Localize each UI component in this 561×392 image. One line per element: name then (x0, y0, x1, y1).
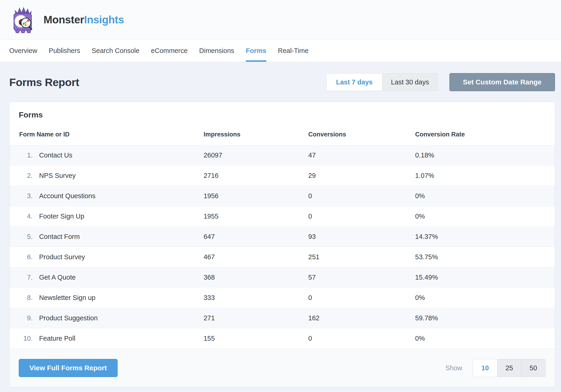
monsterinsights-logo-icon (9, 6, 37, 34)
impressions-value: 368 (204, 267, 308, 288)
card-footer: View Full Forms Report Show 10 25 50 (10, 349, 555, 387)
conversion-rate-value: 0.18% (415, 145, 555, 166)
conversion-rate-value: 14.37% (415, 227, 555, 247)
conversion-rate-value: 0% (415, 328, 555, 349)
set-custom-date-range-button[interactable]: Set Custom Date Range (449, 73, 555, 91)
impressions-value: 333 (204, 288, 308, 308)
impressions-value: 2716 (204, 166, 308, 186)
row-rank: 6. (19, 253, 33, 261)
form-name: Account Questions (39, 192, 95, 200)
row-rank: 10. (19, 335, 33, 342)
conversions-value: 29 (308, 166, 415, 186)
nav-tab-publishers[interactable]: Publishers (49, 40, 80, 62)
form-name: Contact Us (39, 151, 72, 159)
conversion-rate-value: 1.07% (415, 166, 555, 186)
table-row: 9.Product Suggestion 271 162 59.78% (10, 308, 555, 328)
nav-tab-dimensions[interactable]: Dimensions (199, 40, 235, 62)
conversions-value: 0 (308, 328, 415, 349)
column-header-conversion-rate: Conversion Rate (415, 125, 555, 145)
table-row: 1.Contact Us 26097 47 0.18% (10, 145, 555, 166)
row-rank: 4. (19, 212, 33, 220)
impressions-value: 647 (204, 227, 308, 247)
form-name: Product Survey (39, 253, 85, 261)
impressions-value: 1956 (204, 186, 308, 206)
row-rank: 1. (19, 151, 33, 159)
conversions-value: 93 (308, 227, 415, 247)
form-name: Feature Poll (39, 335, 75, 342)
nav-tab-ecommerce[interactable]: eCommerce (151, 40, 188, 62)
card-title: Forms (10, 102, 555, 119)
column-header-impressions: Impressions (204, 125, 308, 145)
row-rank: 7. (19, 274, 33, 281)
form-name: Newsletter Sign up (39, 294, 95, 301)
form-name: Contact Form (39, 233, 80, 240)
page-size-10-button[interactable]: 10 (473, 359, 497, 377)
page-size-50-button[interactable]: 50 (521, 359, 545, 377)
top-header: MonsterInsights (0, 0, 561, 39)
row-rank: 9. (19, 314, 33, 322)
conversion-rate-value: 53.75% (415, 247, 555, 267)
forms-table: Form Name or ID Impressions Conversions … (10, 125, 555, 349)
form-name: NPS Survey (39, 172, 76, 179)
brand-name-secondary: Insights (84, 14, 124, 26)
table-header-row: Form Name or ID Impressions Conversions … (10, 125, 555, 145)
last-7-days-button[interactable]: Last 7 days (326, 74, 382, 91)
impressions-value: 1955 (204, 206, 308, 227)
table-row: 6.Product Survey 467 251 53.75% (10, 247, 555, 267)
table-row: 3.Account Questions 1956 0 0% (10, 186, 555, 206)
form-name: Get A Quote (39, 274, 76, 281)
conversions-value: 0 (308, 206, 415, 227)
date-range-toggle: Last 7 days Last 30 days (326, 73, 438, 91)
page-size-toggle: 10 25 50 (473, 359, 546, 377)
row-rank: 8. (19, 294, 33, 302)
table-row: 10.Feature Poll 155 0 0% (10, 328, 555, 349)
show-controls: Show 10 25 50 (445, 359, 546, 377)
row-rank: 5. (19, 233, 33, 241)
brand-name: MonsterInsights (43, 13, 124, 26)
table-row: 4.Footer Sign Up 1955 0 0% (10, 206, 555, 227)
nav-tab-search-console[interactable]: Search Console (92, 40, 139, 62)
table-row: 2.NPS Survey 2716 29 1.07% (10, 166, 555, 186)
brand-logo[interactable]: MonsterInsights (9, 6, 124, 34)
impressions-value: 467 (204, 247, 308, 267)
header-controls: Last 7 days Last 30 days Set Custom Date… (326, 73, 555, 91)
conversion-rate-value: 0% (415, 206, 555, 227)
conversions-value: 57 (308, 267, 415, 288)
conversion-rate-value: 0% (415, 186, 555, 206)
page-header-row: Forms Report Last 7 days Last 30 days Se… (9, 73, 555, 91)
conversions-value: 251 (308, 247, 415, 267)
nav-tab-forms[interactable]: Forms (246, 40, 266, 62)
form-name: Footer Sign Up (39, 212, 84, 220)
conversion-rate-value: 0% (415, 288, 555, 308)
impressions-value: 155 (204, 328, 308, 349)
nav-tab-real-time[interactable]: Real-Time (278, 40, 309, 62)
page-body: Forms Report Last 7 days Last 30 days Se… (0, 62, 561, 387)
conversions-value: 47 (308, 145, 415, 166)
row-rank: 3. (19, 192, 33, 200)
conversions-value: 0 (308, 186, 415, 206)
column-header-conversions: Conversions (308, 125, 415, 145)
main-nav: Overview Publishers Search Console eComm… (0, 39, 561, 62)
show-label: Show (445, 364, 462, 372)
table-row: 8.Newsletter Sign up 333 0 0% (10, 288, 555, 308)
table-row: 7.Get A Quote 368 57 15.49% (10, 267, 555, 288)
impressions-value: 271 (204, 308, 308, 328)
table-row: 5.Contact Form 647 93 14.37% (10, 227, 555, 247)
view-full-forms-report-button[interactable]: View Full Forms Report (19, 359, 118, 377)
conversions-value: 0 (308, 288, 415, 308)
impressions-value: 26097 (204, 145, 308, 166)
conversion-rate-value: 15.49% (415, 267, 555, 288)
page-size-25-button[interactable]: 25 (497, 359, 521, 377)
column-header-form-name: Form Name or ID (10, 125, 204, 145)
conversions-value: 162 (308, 308, 415, 328)
conversion-rate-value: 59.78% (415, 308, 555, 328)
nav-tab-overview[interactable]: Overview (9, 40, 37, 62)
forms-report-card: Forms Form Name or ID Impressions Conver… (9, 102, 555, 387)
form-name: Product Suggestion (39, 314, 98, 322)
row-rank: 2. (19, 172, 33, 180)
brand-name-primary: Monster (43, 14, 84, 26)
last-30-days-button[interactable]: Last 30 days (382, 74, 438, 91)
page-title: Forms Report (9, 76, 79, 89)
